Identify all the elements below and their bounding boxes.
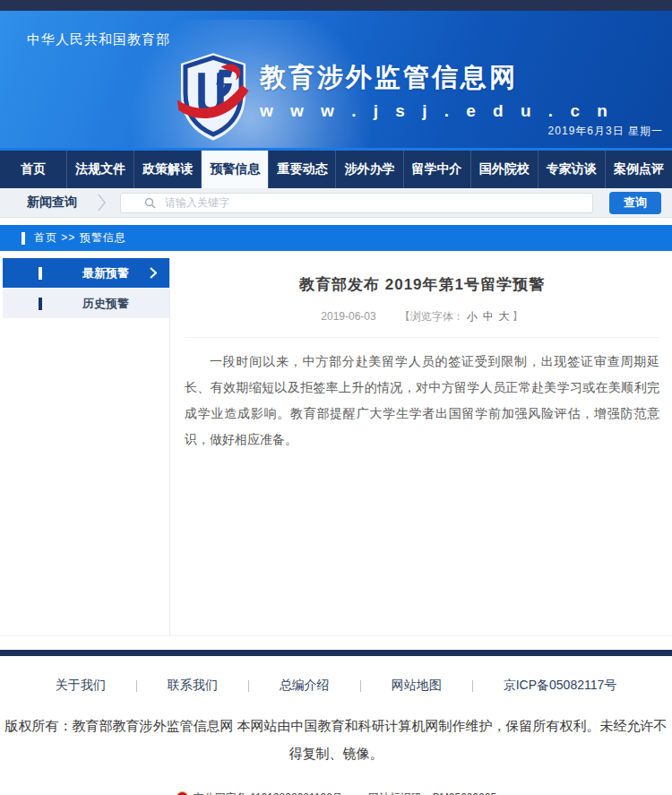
top-strip [0,0,672,11]
site-logo-icon[interactable] [176,50,251,143]
search-section-label: 新闻查询 [27,194,77,211]
search-strip: 新闻查询 查询 [0,188,672,218]
ministry-name: 中华人民共和国教育部 [27,31,170,48]
banner-date: 2019年6月3日 星期一 [548,124,663,139]
content-area: 最新预警 历史预警 教育部发布 2019年第1号留学预警 2019-06-03【… [0,258,672,636]
breadcrumb-text[interactable]: 首页 >> 预警信息 [34,230,126,246]
article-date: 2019-06-03 [321,310,375,323]
search-box [120,193,593,213]
sidebar: 最新预警 历史预警 [3,258,170,635]
nav-item-foreign-universities[interactable]: 国外院校 [470,151,538,188]
article-body: 一段时间以来，中方部分赴美留学人员的签证受到限制，出现签证审查周期延长、有效期缩… [185,337,659,453]
copyright-text: 版权所有：教育部教育涉外监管信息网 本网站由中国教育和科研计算机网制作维护，保留… [4,712,668,767]
nav-item-agencies[interactable]: 留学中介 [403,151,470,188]
site-title: 教育涉外监管信息网 [260,60,614,96]
font-size-medium-button[interactable]: 中 [483,310,494,323]
public-security-badge-icon [176,791,189,795]
sidebar-item-label: 历史预警 [42,296,169,312]
article: 教育部发布 2019年第1号留学预警 2019-06-03【浏览字体：小中大】 … [170,258,672,635]
chevron-divider-icon [97,194,108,212]
nav-item-case-reviews[interactable]: 案例点评 [605,151,672,188]
spacer [0,251,672,258]
footer-link-contact[interactable]: 联系我们 [137,678,248,694]
footer-link-about[interactable]: 关于我们 [25,678,136,694]
site-url: w w w . j s j . e d u . c n [260,101,614,121]
nav-item-policy[interactable]: 政策解读 [134,151,201,188]
article-meta: 2019-06-03【浏览字体：小中大】 [185,309,659,324]
footer-link-editor[interactable]: 总编介绍 [249,678,360,694]
nav-item-home[interactable]: 首页 [0,151,66,188]
nav-item-foreign-schooling[interactable]: 涉外办学 [335,151,402,188]
nav-item-regulations[interactable]: 法规文件 [66,151,134,188]
spacer [0,218,672,225]
breadcrumb-marker [22,232,25,245]
main-nav: 首页 法规文件 政策解读 预警信息 重要动态 涉外办学 留学中介 国外院校 专家… [0,148,672,188]
footer: 关于我们 联系我们 总编介绍 网站地图 京ICP备05082117号 版权所有：… [0,656,672,795]
sidebar-item-latest-warnings[interactable]: 最新预警 [3,258,169,288]
search-button[interactable]: 查询 [609,192,661,214]
search-input[interactable] [165,196,585,209]
chevron-right-icon [150,267,157,279]
security-row: 京公网安备 11010802021196号 网站标识码：BM05000005 [0,791,672,795]
nav-item-news[interactable]: 重要动态 [268,151,335,188]
breadcrumb: 首页 >> 预警信息 [0,225,672,251]
font-size-small-button[interactable]: 小 [467,310,478,323]
font-size-label: 【浏览字体： [400,310,464,323]
sidebar-item-history-warnings[interactable]: 历史预警 [3,289,169,318]
page: 中华人民共和国教育部 教育涉外监管信息网 w w w . j s j . e d… [0,0,672,795]
footer-link-icp[interactable]: 京ICP备05082117号 [473,678,648,694]
search-icon [144,197,156,209]
nav-item-warnings[interactable]: 预警信息 [201,151,268,188]
brand-block[interactable]: 教育涉外监管信息网 w w w . j s j . e d u . c n [260,60,614,121]
article-title: 教育部发布 2019年第1号留学预警 [185,274,659,295]
site-banner: 中华人民共和国教育部 教育涉外监管信息网 w w w . j s j . e d… [0,11,672,148]
site-identifier-code: 网站标识码：BM05000005 [368,791,496,795]
font-size-large-button[interactable]: 大 [499,310,510,323]
footer-links: 关于我们 联系我们 总编介绍 网站地图 京ICP备05082117号 [0,678,672,694]
footer-link-sitemap[interactable]: 网站地图 [361,678,472,694]
spacer [0,636,672,650]
nav-item-expert-interviews[interactable]: 专家访谈 [538,151,605,188]
footer-divider-bar [0,650,672,656]
security-record-number[interactable]: 京公网安备 11010802021196号 [194,791,343,795]
font-size-label-close: 】 [513,310,523,323]
